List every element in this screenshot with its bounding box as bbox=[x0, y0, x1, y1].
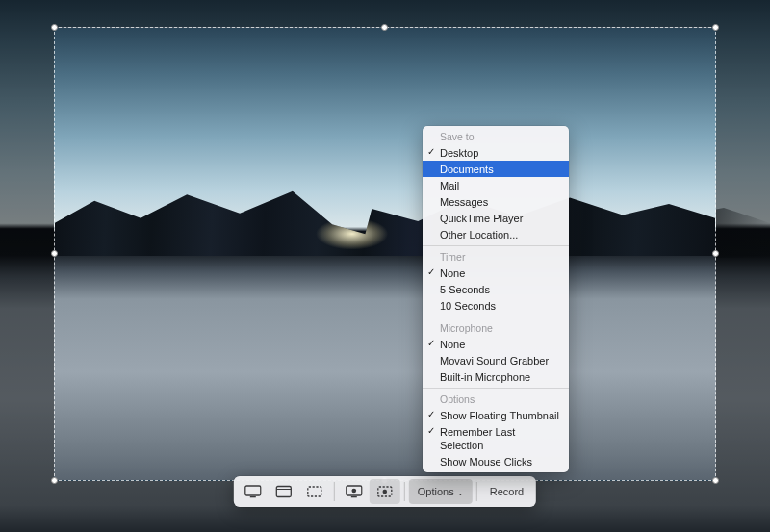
resize-handle-middle-right[interactable] bbox=[712, 250, 719, 257]
menu-item[interactable]: Movavi Sound Grabber bbox=[423, 352, 569, 368]
record-screen-icon bbox=[346, 485, 363, 498]
resize-handle-top-left[interactable] bbox=[51, 24, 58, 31]
check-icon: ✓ bbox=[427, 337, 435, 350]
menu-item-label: Movavi Sound Grabber bbox=[440, 355, 549, 367]
menu-item[interactable]: Messages bbox=[423, 193, 569, 210]
menu-item-label: Documents bbox=[440, 164, 494, 175]
menu-separator bbox=[423, 388, 569, 389]
capture-selected-portion-button[interactable] bbox=[299, 479, 330, 504]
toolbar-separator bbox=[476, 482, 477, 501]
window-icon bbox=[275, 485, 293, 498]
menu-separator bbox=[423, 317, 569, 317]
menu-section-header: Microphone bbox=[423, 320, 569, 336]
svg-rect-2 bbox=[276, 487, 291, 497]
menu-item[interactable]: ✓None bbox=[423, 336, 569, 352]
options-label: Options bbox=[418, 486, 454, 497]
svg-point-6 bbox=[352, 489, 357, 494]
record-entire-screen-button[interactable] bbox=[339, 479, 370, 504]
toolbar-separator bbox=[334, 482, 335, 501]
svg-point-9 bbox=[383, 490, 388, 494]
check-icon: ✓ bbox=[427, 266, 435, 279]
menu-item[interactable]: Documents bbox=[423, 161, 569, 177]
resize-handle-middle-left[interactable] bbox=[51, 250, 58, 257]
menu-item[interactable]: ✓Desktop bbox=[423, 144, 569, 161]
menu-item-label: None bbox=[440, 339, 465, 350]
record-selected-portion-button[interactable] bbox=[370, 479, 400, 504]
selection-icon bbox=[306, 485, 323, 498]
menu-item[interactable]: Show Mouse Clicks bbox=[423, 453, 569, 469]
menu-item-label: Built-in Microphone bbox=[440, 371, 530, 383]
svg-rect-4 bbox=[308, 487, 321, 496]
check-icon: ✓ bbox=[427, 145, 435, 159]
menu-item-label: Mail bbox=[440, 180, 459, 191]
menu-item-label: 10 Seconds bbox=[440, 300, 496, 312]
menu-section-header: Save to bbox=[423, 129, 569, 144]
capture-selected-window-button[interactable] bbox=[269, 479, 299, 504]
svg-rect-1 bbox=[250, 496, 256, 497]
menu-item[interactable]: Built-in Microphone bbox=[423, 368, 569, 385]
toolbar-separator bbox=[404, 482, 405, 501]
menu-item-label: None bbox=[440, 267, 465, 279]
menu-item-label: Show Mouse Clicks bbox=[440, 456, 532, 468]
record-label: Record bbox=[490, 486, 524, 497]
svg-rect-7 bbox=[351, 496, 357, 497]
resize-handle-bottom-left[interactable] bbox=[51, 477, 58, 484]
resize-handle-bottom-right[interactable] bbox=[712, 477, 719, 484]
svg-rect-0 bbox=[245, 486, 261, 495]
screenshot-toolbar: Options ⌄ Record bbox=[234, 476, 536, 507]
options-menu: Save to✓DesktopDocumentsMailMessagesQuic… bbox=[423, 126, 569, 472]
check-icon: ✓ bbox=[427, 424, 435, 438]
menu-item-label: Remember Last Selection bbox=[440, 426, 515, 451]
capture-entire-screen-button[interactable] bbox=[238, 479, 269, 504]
record-button[interactable]: Record bbox=[481, 479, 532, 504]
menu-separator bbox=[423, 245, 569, 246]
chevron-down-icon: ⌄ bbox=[457, 489, 464, 497]
options-button[interactable]: Options ⌄ bbox=[409, 479, 473, 504]
check-icon: ✓ bbox=[427, 408, 435, 421]
capture-selection-area[interactable] bbox=[54, 27, 716, 481]
menu-item-label: Messages bbox=[440, 196, 488, 208]
menu-item[interactable]: Other Location... bbox=[423, 226, 569, 242]
menu-item[interactable]: ✓Show Floating Thumbnail bbox=[423, 407, 569, 423]
menu-item-label: Other Location... bbox=[440, 229, 518, 241]
menu-item-label: 5 Seconds bbox=[440, 284, 490, 295]
menu-item[interactable]: ✓Remember Last Selection bbox=[423, 423, 569, 453]
menu-item[interactable]: 10 Seconds bbox=[423, 297, 569, 314]
menu-section-header: Timer bbox=[423, 249, 569, 265]
menu-item[interactable]: QuickTime Player bbox=[423, 210, 569, 226]
menu-item[interactable]: Mail bbox=[423, 177, 569, 193]
record-selection-icon bbox=[376, 485, 394, 498]
menu-item-label: QuickTime Player bbox=[440, 213, 523, 224]
menu-section-header: Options bbox=[423, 392, 569, 407]
screen-icon bbox=[244, 485, 262, 498]
menu-item-label: Show Floating Thumbnail bbox=[440, 410, 559, 421]
menu-item-label: Desktop bbox=[440, 147, 478, 159]
resize-handle-top-right[interactable] bbox=[712, 24, 719, 31]
menu-item[interactable]: ✓None bbox=[423, 265, 569, 281]
menu-item[interactable]: 5 Seconds bbox=[423, 281, 569, 297]
resize-handle-top-middle[interactable] bbox=[381, 24, 388, 31]
